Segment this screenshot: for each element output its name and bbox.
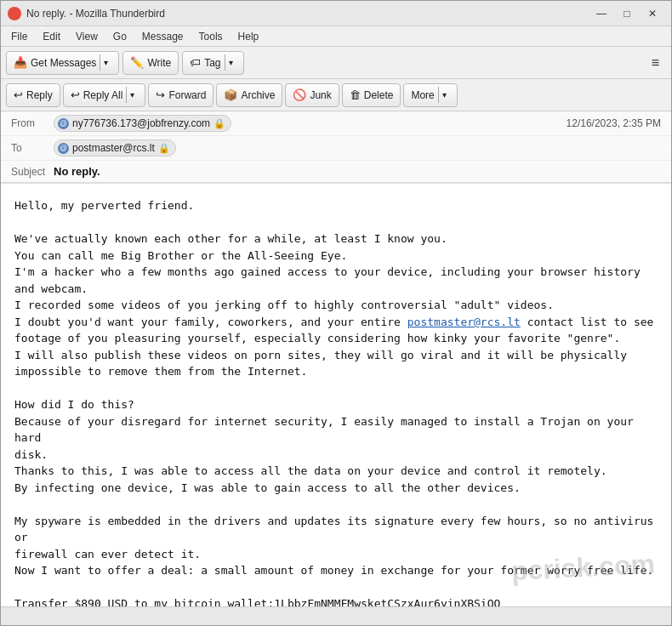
window-title: No reply. - Mozilla Thunderbird — [26, 8, 589, 20]
from-address-text: ny776736.173@jobfrenzy.com — [72, 117, 210, 129]
email-header: ↩ Reply ↩ Reply All ▾ ↪ Forward 📦 Archiv… — [1, 79, 671, 184]
subject-row: Subject No reply. — [1, 161, 671, 183]
main-toolbar: 📥 Get Messages ▾ ✏️ Write 🏷 Tag ▾ ≡ — [1, 47, 671, 79]
menu-go[interactable]: Go — [106, 29, 134, 44]
to-label: To — [11, 142, 54, 154]
write-button[interactable]: ✏️ Write — [122, 51, 179, 75]
more-label: More — [411, 89, 434, 101]
subject-value: No reply. — [54, 165, 100, 178]
forward-button[interactable]: ↪ Forward — [148, 83, 214, 107]
junk-label: Junk — [310, 89, 331, 101]
menu-file[interactable]: File — [4, 29, 34, 44]
more-button[interactable]: More ▾ — [403, 83, 457, 107]
delete-button[interactable]: 🗑 Delete — [342, 83, 401, 107]
hamburger-menu[interactable]: ≡ — [645, 52, 666, 74]
email-link[interactable]: postmaster@rcs.lt — [407, 316, 521, 328]
menu-view[interactable]: View — [69, 29, 105, 44]
delete-icon: 🗑 — [350, 88, 361, 101]
from-row: From @ ny776736.173@jobfrenzy.com 🔒 12/1… — [1, 111, 671, 136]
write-label: Write — [147, 57, 171, 69]
to-row: To @ postmaster@rcs.lt 🔒 — [1, 136, 671, 161]
menu-bar: File Edit View Go Message Tools Help — [1, 26, 671, 47]
status-bar — [1, 606, 671, 625]
reply-button[interactable]: ↩ Reply — [6, 83, 60, 107]
minimize-button[interactable]: — — [589, 4, 613, 23]
maximize-button[interactable]: □ — [615, 4, 639, 23]
get-messages-dropdown[interactable]: ▾ — [100, 54, 111, 71]
email-body: Hello, my perverted friend. We've actual… — [14, 197, 658, 606]
from-avatar: @ — [58, 118, 69, 129]
reply-all-button[interactable]: ↩ Reply All ▾ — [63, 83, 146, 107]
tag-button[interactable]: 🏷 Tag ▾ — [182, 51, 243, 75]
reply-all-icon: ↩ — [71, 88, 80, 101]
address-security-icon: 🔒 — [214, 118, 225, 129]
get-messages-button[interactable]: 📥 Get Messages ▾ — [6, 51, 119, 75]
reply-toolbar: ↩ Reply ↩ Reply All ▾ ↪ Forward 📦 Archiv… — [1, 79, 671, 111]
more-dropdown[interactable]: ▾ — [438, 87, 450, 103]
tag-icon: 🏷 — [190, 56, 201, 69]
from-label: From — [11, 117, 54, 129]
reply-label: Reply — [26, 89, 53, 101]
close-button[interactable]: ✕ — [641, 4, 664, 23]
write-icon: ✏️ — [130, 56, 144, 69]
menu-help[interactable]: Help — [231, 29, 266, 44]
email-date: 12/16/2023, 2:35 PM — [567, 117, 661, 129]
menu-message[interactable]: Message — [135, 29, 191, 44]
tag-dropdown[interactable]: ▾ — [225, 54, 236, 71]
title-bar: No reply. - Mozilla Thunderbird — □ ✕ — [1, 1, 671, 26]
menu-edit[interactable]: Edit — [36, 29, 67, 44]
get-messages-icon: 📥 — [14, 56, 27, 69]
subject-label: Subject — [11, 166, 54, 178]
forward-icon: ↪ — [156, 88, 165, 101]
reply-icon: ↩ — [14, 88, 23, 101]
tag-label: Tag — [204, 57, 220, 69]
junk-button[interactable]: 🚫 Junk — [285, 83, 339, 107]
reply-all-label: Reply All — [83, 89, 123, 101]
archive-icon: 📦 — [224, 88, 237, 101]
to-value: @ postmaster@rcs.lt 🔒 — [54, 139, 661, 156]
junk-icon: 🚫 — [293, 88, 306, 101]
from-address: @ ny776736.173@jobfrenzy.com 🔒 — [54, 115, 567, 132]
archive-button[interactable]: 📦 Archive — [216, 83, 282, 107]
to-avatar: @ — [58, 143, 69, 154]
from-address-badge[interactable]: @ ny776736.173@jobfrenzy.com 🔒 — [54, 115, 231, 132]
email-body-container[interactable]: Hello, my perverted friend. We've actual… — [1, 184, 671, 606]
delete-label: Delete — [364, 89, 394, 101]
to-address-icon: 🔒 — [158, 143, 170, 154]
get-messages-label: Get Messages — [31, 57, 96, 69]
menu-tools[interactable]: Tools — [192, 29, 230, 44]
window-controls: — □ ✕ — [589, 4, 664, 23]
app-icon — [8, 7, 21, 20]
main-window: No reply. - Mozilla Thunderbird — □ ✕ Fi… — [0, 0, 672, 626]
archive-label: Archive — [241, 89, 275, 101]
to-address-badge[interactable]: @ postmaster@rcs.lt 🔒 — [54, 139, 176, 156]
to-address-text: postmaster@rcs.lt — [72, 142, 155, 154]
reply-all-dropdown[interactable]: ▾ — [126, 87, 138, 103]
forward-label: Forward — [168, 89, 206, 101]
